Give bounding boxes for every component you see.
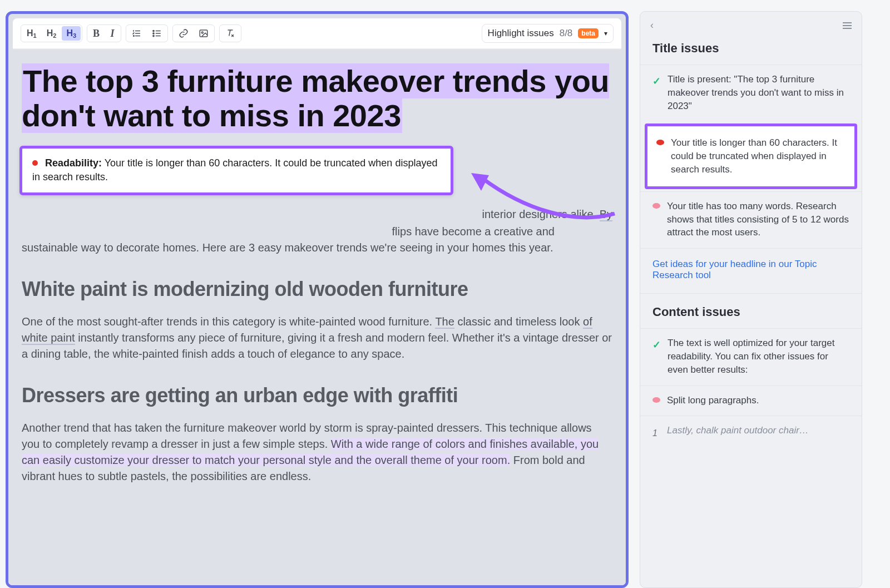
link-button[interactable]	[174, 26, 193, 41]
link-text[interactable]: Get ideas for your headline in our Topic…	[652, 259, 817, 280]
unordered-list-button[interactable]	[147, 26, 166, 41]
highlight-issues-toggle[interactable]: Highlight issues 8/8 beta ▾	[482, 24, 614, 43]
issue-split-paragraphs[interactable]: Split long paragraphs.	[640, 386, 862, 416]
title-issues-heading: Title issues	[640, 37, 862, 65]
document-body[interactable]: The top 3 furniture makeover trends you …	[8, 50, 626, 585]
svg-point-1	[153, 33, 154, 34]
back-button[interactable]: ‹	[650, 19, 654, 31]
section-1-paragraph[interactable]: One of the most sought-after trends in t…	[22, 314, 612, 362]
error-dot-icon	[656, 140, 664, 145]
document-title-text: The top 3 furniture makeover trends you …	[22, 63, 609, 133]
callout-category: Readability:	[45, 157, 102, 169]
menu-button[interactable]	[843, 22, 852, 29]
h3-button[interactable]	[62, 26, 81, 41]
content-issues-heading: Content issues	[640, 293, 862, 328]
chevron-down-icon: ▾	[604, 29, 607, 37]
issue-title-words[interactable]: Your title has too many words. Research …	[640, 191, 862, 248]
image-icon	[199, 28, 209, 38]
check-icon: ✓	[652, 340, 661, 376]
list-group	[126, 24, 168, 42]
issue-text: Title is present: "The top 3 furniture m…	[668, 73, 849, 112]
issue-text: The text is well optimized for your targ…	[668, 337, 849, 376]
clear-group	[219, 24, 241, 42]
editor-toolbar: B I	[13, 18, 621, 49]
title-issues-list: ✓ Title is present: "The top 3 furniture…	[640, 65, 862, 293]
unordered-list-icon	[152, 28, 162, 38]
highlight-count: 8/8	[560, 28, 573, 39]
section-2-paragraph[interactable]: Another trend that has taken the furnitu…	[22, 420, 612, 485]
issue-text: Split long paragraphs.	[667, 394, 759, 407]
error-dot-icon	[32, 160, 38, 166]
readability-callout: Readability: Your title is longer than 6…	[19, 146, 453, 195]
ordered-list-icon	[132, 28, 142, 38]
document-title[interactable]: The top 3 furniture makeover trends you …	[22, 64, 612, 132]
ordered-list-button[interactable]	[127, 26, 146, 41]
highlight-label: Highlight issues	[488, 28, 554, 39]
link-icon	[179, 28, 189, 38]
italic-button[interactable]: I	[105, 26, 120, 41]
sample-text: Lastly, chalk paint outdoor chair…	[667, 424, 809, 439]
intro-paragraph[interactable]: interior designers alike. By	[22, 206, 612, 223]
editor-inner: B I	[13, 18, 621, 50]
warning-dot-icon	[652, 203, 660, 209]
issue-text: Your title has too many words. Research …	[667, 200, 849, 239]
insert-group	[172, 24, 215, 42]
svg-point-2	[153, 35, 154, 36]
issue-text: Your title is longer than 60 characters.…	[671, 136, 846, 176]
issue-title-long[interactable]: Your title is longer than 60 characters.…	[645, 123, 857, 189]
section-2-heading[interactable]: Dressers are getting an urban edge with …	[22, 381, 612, 410]
issue-readability-ok[interactable]: ✓ The text is well optimized for your ta…	[640, 328, 862, 385]
issues-sidebar: ‹ Title issues ✓ Title is present: "The …	[640, 11, 862, 588]
topic-research-link[interactable]: Get ideas for your headline in our Topic…	[640, 248, 862, 293]
intro-paragraph-2[interactable]: xxxxxxxxxxxxxxxxxxxxxxxxxxxxxxxxxxxxxxxx…	[22, 224, 612, 256]
warning-dot-icon	[652, 397, 660, 403]
heading-group	[21, 24, 82, 42]
content-issues-list: ✓ The text is well optimized for your ta…	[640, 328, 862, 449]
sidebar-header: ‹	[640, 12, 862, 37]
clear-format-icon	[225, 28, 235, 38]
svg-point-4	[201, 32, 203, 33]
svg-point-0	[153, 30, 154, 31]
section-1-heading[interactable]: White paint is modernizing old wooden fu…	[22, 275, 612, 304]
sample-number: 1	[652, 427, 660, 439]
image-button[interactable]	[194, 26, 213, 41]
issue-title-present[interactable]: ✓ Title is present: "The top 3 furniture…	[640, 65, 862, 121]
h1-button[interactable]	[22, 26, 41, 41]
editor-panel: B I	[6, 11, 629, 588]
style-group: B I	[87, 24, 121, 42]
beta-badge: beta	[578, 28, 599, 38]
h2-button[interactable]	[42, 26, 61, 41]
check-icon: ✓	[652, 76, 661, 112]
clear-format-button[interactable]	[221, 26, 240, 41]
issue-sample-line[interactable]: 1 Lastly, chalk paint outdoor chair…	[640, 416, 862, 448]
bold-button[interactable]: B	[88, 26, 104, 41]
